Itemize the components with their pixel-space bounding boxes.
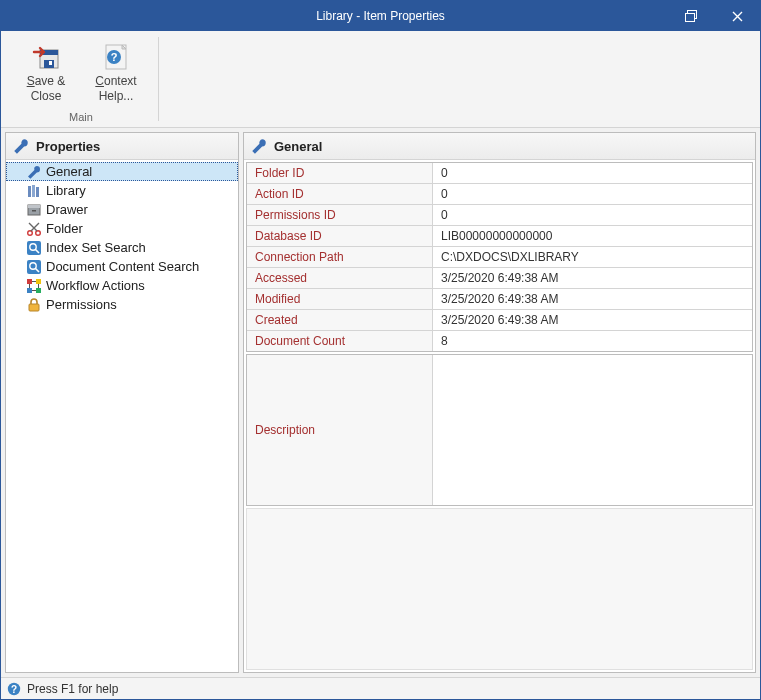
properties-tree: General Library Drawer (6, 160, 238, 672)
properties-panel: Properties General Library (5, 132, 239, 673)
prop-value: 8 (433, 331, 752, 351)
prop-row-modified: Modified 3/25/2020 6:49:38 AM (247, 289, 752, 310)
prop-label: Accessed (247, 268, 433, 288)
prop-value: 0 (433, 205, 752, 225)
tree-item-permissions[interactable]: Permissions (6, 295, 238, 314)
svg-text:?: ? (111, 51, 118, 63)
tree-item-label: Library (46, 182, 86, 199)
window: Library - Item Properties (0, 0, 761, 700)
svg-rect-14 (32, 210, 36, 212)
tree-item-drawer[interactable]: Drawer (6, 200, 238, 219)
prop-row-permissions-id: Permissions ID 0 (247, 205, 752, 226)
titlebar: Library - Item Properties (1, 1, 760, 31)
svg-rect-5 (49, 61, 52, 65)
svg-rect-1 (686, 14, 695, 22)
prop-value: 3/25/2020 6:49:38 AM (433, 310, 752, 330)
prop-value: 0 (433, 163, 752, 183)
general-panel-header: General (244, 133, 755, 160)
prop-label: Permissions ID (247, 205, 433, 225)
description-label: Description (247, 355, 433, 505)
status-text: Press F1 for help (27, 682, 118, 696)
save-close-label-1: Save & (16, 74, 76, 89)
properties-panel-title: Properties (36, 139, 100, 154)
prop-label: Created (247, 310, 433, 330)
prop-value: 3/25/2020 6:49:38 AM (433, 268, 752, 288)
prop-label: Connection Path (247, 247, 433, 267)
wrench-small-icon (26, 164, 42, 180)
prop-label: Database ID (247, 226, 433, 246)
library-icon (26, 183, 42, 199)
window-title: Library - Item Properties (1, 9, 760, 23)
svg-rect-24 (36, 288, 41, 293)
prop-row-folder-id: Folder ID 0 (247, 163, 752, 184)
description-block: Description (246, 354, 753, 506)
svg-rect-21 (27, 279, 32, 284)
prop-row-database-id: Database ID LIB00000000000000 (247, 226, 752, 247)
save-close-button[interactable]: Save & Close (13, 35, 79, 107)
context-help-icon: ? (100, 40, 132, 72)
close-button[interactable] (714, 1, 760, 31)
prop-label: Folder ID (247, 163, 433, 183)
ribbon: Save & Close ? Context Help... Main (1, 31, 760, 128)
tree-item-content-search[interactable]: Document Content Search (6, 257, 238, 276)
content-area: Properties General Library (1, 128, 760, 677)
context-help-button[interactable]: ? Context Help... (83, 35, 149, 107)
prop-row-action-id: Action ID 0 (247, 184, 752, 205)
properties-table: Folder ID 0 Action ID 0 Permissions ID 0… (246, 162, 753, 352)
svg-rect-25 (29, 304, 39, 311)
prop-label: Document Count (247, 331, 433, 351)
window-controls (668, 1, 760, 31)
prop-value: 3/25/2020 6:49:38 AM (433, 289, 752, 309)
svg-point-16 (36, 230, 41, 235)
tree-item-label: Document Content Search (46, 258, 199, 275)
tree-item-label: Workflow Actions (46, 277, 145, 294)
content-search-icon (26, 259, 42, 275)
ribbon-separator (158, 37, 159, 121)
prop-row-document-count: Document Count 8 (247, 331, 752, 351)
prop-label: Action ID (247, 184, 433, 204)
prop-value: LIB00000000000000 (433, 226, 752, 246)
lock-icon (26, 297, 42, 313)
workflow-icon (26, 278, 42, 294)
description-value[interactable] (433, 355, 752, 505)
prop-row-connection-path: Connection Path C:\DXDOCS\DXLIBRARY (247, 247, 752, 268)
close-icon (732, 11, 743, 22)
prop-row-created: Created 3/25/2020 6:49:38 AM (247, 310, 752, 331)
restore-icon (685, 10, 697, 22)
svg-rect-13 (28, 205, 40, 208)
index-search-icon (26, 240, 42, 256)
prop-value: C:\DXDOCS\DXLIBRARY (433, 247, 752, 267)
prop-value: 0 (433, 184, 752, 204)
tree-item-label: Permissions (46, 296, 117, 313)
tree-item-general[interactable]: General (6, 162, 238, 181)
tree-item-label: Drawer (46, 201, 88, 218)
save-close-icon (30, 40, 62, 72)
ribbon-group-main: Save & Close ? Context Help... Main (9, 35, 153, 127)
drawer-icon (26, 202, 42, 218)
help-icon: ? (7, 682, 21, 696)
tree-item-label: General (46, 163, 92, 180)
tree-item-index-search[interactable]: Index Set Search (6, 238, 238, 257)
tree-item-label: Index Set Search (46, 239, 146, 256)
svg-rect-22 (36, 279, 41, 284)
properties-body: Folder ID 0 Action ID 0 Permissions ID 0… (244, 160, 755, 672)
wrench-icon (12, 137, 30, 155)
scissors-icon (26, 221, 42, 237)
ribbon-group-label: Main (13, 109, 149, 125)
empty-area (246, 508, 753, 670)
svg-text:?: ? (11, 683, 17, 694)
prop-label: Modified (247, 289, 433, 309)
properties-panel-header: Properties (6, 133, 238, 160)
svg-rect-23 (27, 288, 32, 293)
wrench-icon (250, 137, 268, 155)
context-help-label-1: Context (86, 74, 146, 89)
tree-item-library[interactable]: Library (6, 181, 238, 200)
prop-row-accessed: Accessed 3/25/2020 6:49:38 AM (247, 268, 752, 289)
tree-item-workflow[interactable]: Workflow Actions (6, 276, 238, 295)
tree-item-folder[interactable]: Folder (6, 219, 238, 238)
statusbar: ? Press F1 for help (1, 677, 760, 699)
context-help-label-2: Help... (86, 89, 146, 104)
svg-rect-11 (36, 187, 39, 197)
general-panel: General Folder ID 0 Action ID 0 Permissi… (243, 132, 756, 673)
restore-button[interactable] (668, 1, 714, 31)
